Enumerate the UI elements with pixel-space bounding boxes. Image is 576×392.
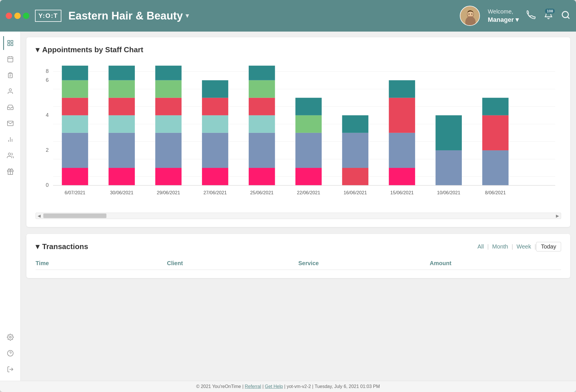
svg-rect-47 bbox=[62, 98, 88, 115]
transactions-section: ▾ Transactions All | Month | Week | Toda… bbox=[26, 234, 570, 278]
svg-rect-90 bbox=[389, 80, 415, 98]
svg-rect-88 bbox=[389, 133, 415, 168]
sidebar-item-dashboard[interactable] bbox=[3, 36, 17, 50]
search-icon[interactable] bbox=[561, 10, 570, 22]
help-link[interactable]: Get Help bbox=[265, 384, 283, 389]
svg-rect-61 bbox=[155, 98, 182, 115]
svg-rect-58 bbox=[155, 168, 182, 185]
filter-tab-week[interactable]: Week bbox=[513, 242, 535, 251]
table-header: Time Client Service Amount bbox=[36, 257, 561, 270]
svg-text:8/06/2021: 8/06/2021 bbox=[485, 190, 506, 195]
sidebar-item-products[interactable] bbox=[3, 165, 17, 178]
chart-scrollbar[interactable]: ◀ ▶ bbox=[36, 213, 561, 219]
sidebar-item-logout[interactable] bbox=[3, 362, 17, 376]
minimize-button[interactable] bbox=[14, 13, 21, 19]
referral-link[interactable]: Referral bbox=[245, 384, 261, 389]
phone-icon[interactable] bbox=[527, 10, 536, 22]
transactions-chevron-icon: ▾ bbox=[36, 242, 39, 251]
svg-text:6: 6 bbox=[46, 77, 49, 83]
sidebar-item-help[interactable] bbox=[3, 346, 17, 360]
svg-rect-49 bbox=[62, 66, 88, 80]
notification-badge: 108 bbox=[544, 8, 555, 14]
filter-tab-today[interactable]: Today bbox=[536, 242, 561, 251]
svg-rect-51 bbox=[108, 168, 135, 185]
sidebar-item-clients[interactable] bbox=[3, 84, 17, 98]
svg-point-27 bbox=[9, 336, 11, 338]
sidebar-item-staff[interactable] bbox=[3, 149, 17, 162]
svg-rect-59 bbox=[155, 133, 182, 168]
svg-rect-93 bbox=[435, 115, 462, 150]
welcome-line1: Welcome, bbox=[488, 7, 519, 15]
svg-rect-89 bbox=[389, 98, 415, 133]
svg-text:10/06/2021: 10/06/2021 bbox=[437, 190, 460, 195]
svg-rect-12 bbox=[11, 44, 13, 46]
svg-rect-53 bbox=[108, 115, 135, 133]
close-button[interactable] bbox=[6, 13, 12, 19]
svg-rect-63 bbox=[155, 66, 182, 80]
transactions-header: ▾ Transactions All | Month | Week | Toda… bbox=[36, 242, 561, 251]
app-title-chevron-icon[interactable]: ▾ bbox=[186, 12, 189, 20]
header-right: Welcome, Manager ▾ 108 bbox=[460, 6, 570, 26]
scroll-left-arrow[interactable]: ◀ bbox=[38, 214, 41, 218]
scrollbar-thumb[interactable] bbox=[43, 214, 106, 218]
main-layout: ▾ Appointments by Staff Chart bbox=[0, 32, 576, 381]
svg-rect-85 bbox=[342, 115, 369, 133]
col-service: Service bbox=[298, 260, 430, 267]
sidebar-item-reports[interactable] bbox=[3, 133, 17, 146]
sidebar-item-calendar[interactable] bbox=[3, 52, 17, 66]
svg-rect-62 bbox=[155, 80, 182, 98]
svg-text:22/06/2021: 22/06/2021 bbox=[297, 190, 320, 195]
bar-chart: 0 2 4 6 8 bbox=[36, 61, 561, 210]
chart-section-header[interactable]: ▾ Appointments by Staff Chart bbox=[36, 45, 561, 54]
svg-text:30/06/2021: 30/06/2021 bbox=[110, 190, 133, 195]
svg-rect-48 bbox=[62, 80, 88, 98]
maximize-button[interactable] bbox=[23, 13, 29, 19]
svg-rect-80 bbox=[295, 115, 322, 133]
col-client: Client bbox=[167, 260, 298, 267]
svg-rect-78 bbox=[295, 168, 322, 185]
svg-rect-75 bbox=[249, 80, 275, 98]
app-title: Eastern Hair & Beauty ▾ bbox=[68, 10, 460, 22]
svg-text:0: 0 bbox=[46, 182, 49, 188]
svg-rect-56 bbox=[108, 66, 135, 80]
traffic-lights bbox=[6, 13, 29, 19]
manager-chevron-icon[interactable]: ▾ bbox=[515, 15, 519, 24]
svg-text:16/06/2021: 16/06/2021 bbox=[344, 190, 367, 195]
svg-text:4: 4 bbox=[46, 112, 49, 118]
transactions-title-text: Transactions bbox=[42, 242, 88, 251]
filter-tab-month[interactable]: Month bbox=[489, 242, 512, 251]
chart-collapse-icon: ▾ bbox=[36, 45, 39, 54]
scroll-right-arrow[interactable]: ▶ bbox=[556, 214, 559, 218]
filter-tab-all[interactable]: All bbox=[474, 242, 487, 251]
app-window: Y:O:T Eastern Hair & Beauty ▾ bbox=[0, 0, 576, 392]
sidebar-item-settings[interactable] bbox=[3, 330, 17, 344]
footer: © 2021 You'reOnTime | Referral | Get Hel… bbox=[0, 381, 576, 392]
svg-rect-71 bbox=[249, 168, 275, 185]
sidebar bbox=[0, 32, 21, 381]
svg-rect-54 bbox=[108, 98, 135, 115]
svg-text:27/06/2021: 27/06/2021 bbox=[203, 190, 227, 195]
svg-text:29/06/2021: 29/06/2021 bbox=[157, 190, 180, 195]
chart-title: Appointments by Staff Chart bbox=[42, 45, 143, 54]
svg-rect-65 bbox=[202, 168, 228, 185]
svg-point-6 bbox=[471, 13, 472, 15]
svg-rect-10 bbox=[11, 40, 13, 42]
svg-text:15/06/2021: 15/06/2021 bbox=[390, 190, 414, 195]
svg-rect-81 bbox=[295, 98, 322, 115]
sidebar-item-inbox[interactable] bbox=[3, 100, 17, 114]
transactions-title[interactable]: ▾ Transactions bbox=[36, 242, 88, 251]
svg-rect-46 bbox=[62, 115, 88, 133]
svg-rect-67 bbox=[202, 115, 228, 133]
title-bar: Y:O:T Eastern Hair & Beauty ▾ bbox=[0, 0, 576, 32]
svg-rect-45 bbox=[62, 133, 88, 168]
app-name-text: Eastern Hair & Beauty bbox=[68, 10, 183, 22]
sidebar-item-mail[interactable] bbox=[3, 117, 17, 130]
logo[interactable]: Y:O:T bbox=[35, 10, 61, 22]
svg-rect-76 bbox=[249, 66, 275, 80]
svg-rect-69 bbox=[202, 80, 228, 98]
sidebar-item-appointments[interactable] bbox=[3, 68, 17, 82]
svg-rect-68 bbox=[202, 98, 228, 115]
notifications-icon[interactable]: 108 bbox=[544, 10, 553, 22]
svg-rect-11 bbox=[8, 44, 10, 46]
col-amount: Amount bbox=[430, 260, 561, 267]
